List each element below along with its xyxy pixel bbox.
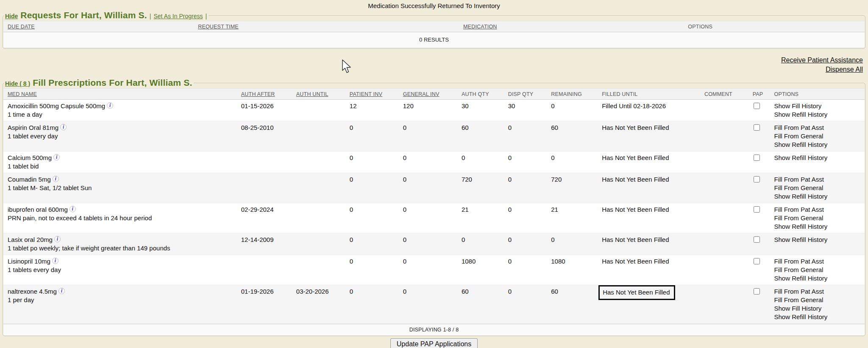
results-count: 0 RESULTS bbox=[419, 36, 449, 43]
info-icon[interactable]: i bbox=[60, 124, 67, 130]
option-link[interactable]: Show Refill History bbox=[774, 222, 863, 231]
general-inv-cell: 0 bbox=[401, 121, 460, 152]
general-inv-cell: 0 bbox=[401, 233, 460, 255]
column-header[interactable]: DUE DATE bbox=[3, 21, 196, 32]
column-header[interactable]: GENERAL INV bbox=[401, 89, 460, 100]
general-inv-cell: 0 bbox=[401, 255, 460, 285]
disp-qty-cell: 0 bbox=[506, 173, 550, 203]
filled-until-cell: Filled Until 02-18-2026 bbox=[600, 100, 703, 121]
med-name-cell: Amoxicillin 500mg Capsule 500mgi1 time a… bbox=[3, 100, 239, 121]
option-link[interactable]: Fill From Pat Asst bbox=[774, 205, 863, 214]
comment-cell bbox=[703, 285, 751, 324]
column-header: REMAINING bbox=[549, 89, 600, 100]
filled-until-highlight: Has Not Yet Been Filled bbox=[598, 285, 675, 300]
pap-checkbox[interactable] bbox=[754, 258, 760, 264]
column-header[interactable]: MED NAME bbox=[3, 89, 239, 100]
pap-checkbox[interactable] bbox=[754, 176, 760, 182]
pap-checkbox[interactable] bbox=[754, 288, 760, 295]
side-links: Receive Patient Assistance Dispense All bbox=[0, 56, 863, 74]
column-header: OPTIONS bbox=[773, 89, 865, 100]
column-header[interactable]: PATIENT INV bbox=[348, 89, 401, 100]
option-link[interactable]: Show Refill History bbox=[774, 236, 863, 244]
filled-until-text: Has Not Yet Been Filled bbox=[602, 206, 669, 213]
receive-patient-assistance-link[interactable]: Receive Patient Assistance bbox=[0, 56, 863, 65]
options-cell: Show Refill History bbox=[773, 233, 865, 255]
hide-requests-link[interactable]: Hide bbox=[5, 13, 18, 20]
general-inv-cell: 120 bbox=[401, 100, 460, 121]
patient-inv-cell: 0 bbox=[348, 173, 401, 203]
prescription-row: Lasix oral 20mgi1 tablet po weekly; take… bbox=[3, 233, 865, 255]
comment-cell bbox=[703, 203, 751, 233]
remaining-cell: 720 bbox=[549, 173, 600, 203]
fill-prescriptions-table: MED NAMEAUTH AFTERAUTH UNTILPATIENT INVG… bbox=[3, 88, 865, 324]
dispense-all-link[interactable]: Dispense All bbox=[0, 65, 863, 74]
option-link[interactable]: Show Refill History bbox=[774, 274, 863, 283]
auth-after-cell bbox=[239, 173, 295, 203]
pap-checkbox[interactable] bbox=[754, 206, 760, 213]
auth-qty-cell: 1080 bbox=[460, 255, 506, 285]
auth-until-cell bbox=[295, 233, 348, 255]
info-icon[interactable]: i bbox=[52, 258, 58, 264]
med-sig: 1 tablet M- Sat, 1/2 tablet Sun bbox=[8, 184, 238, 192]
option-link[interactable]: Fill From Pat Asst bbox=[774, 257, 863, 266]
option-link[interactable]: Show Fill History bbox=[774, 304, 863, 313]
column-header[interactable]: MEDICATION bbox=[462, 21, 686, 32]
options-cell: Fill From Pat AsstFill From GeneralShow … bbox=[773, 203, 865, 233]
general-inv-cell: 0 bbox=[401, 203, 460, 233]
pap-checkbox[interactable] bbox=[754, 124, 760, 131]
med-sig: 1 tablets every day bbox=[8, 266, 238, 274]
set-as-in-progress-link[interactable]: Set As In Progress bbox=[154, 13, 203, 20]
options-cell: Show Refill History bbox=[773, 152, 865, 173]
option-link[interactable]: Show Refill History bbox=[774, 154, 863, 162]
option-link[interactable]: Fill From General bbox=[774, 214, 863, 222]
option-link[interactable]: Show Fill History bbox=[774, 102, 863, 110]
info-icon[interactable]: i bbox=[70, 206, 76, 212]
column-header[interactable]: AUTH UNTIL bbox=[295, 89, 348, 100]
hide-fill-link[interactable]: Hide ( 8 ) bbox=[5, 80, 30, 87]
option-link[interactable]: Fill From Pat Asst bbox=[774, 175, 863, 184]
filled-until-cell: Has Not Yet Been Filled bbox=[600, 285, 703, 324]
patient-inv-cell: 12 bbox=[348, 100, 401, 121]
info-icon[interactable]: i bbox=[54, 236, 61, 242]
filled-until-cell: Has Not Yet Been Filled bbox=[600, 203, 703, 233]
info-icon[interactable]: i bbox=[107, 102, 113, 109]
prescription-row: Amoxicillin 500mg Capsule 500mgi1 time a… bbox=[3, 100, 865, 121]
info-icon[interactable]: i bbox=[53, 176, 59, 182]
column-header[interactable]: REQUEST TIME bbox=[196, 21, 462, 32]
option-link[interactable]: Show Refill History bbox=[774, 110, 863, 119]
option-link[interactable]: Show Refill History bbox=[774, 140, 863, 149]
pap-cell bbox=[751, 100, 773, 121]
option-link[interactable]: Fill From Pat Asst bbox=[774, 287, 863, 296]
status-message: Medication Successfully Returned To Inve… bbox=[0, 0, 868, 9]
auth-until-cell: 03-20-2026 bbox=[295, 285, 348, 324]
option-link[interactable]: Fill From Pat Asst bbox=[774, 123, 863, 132]
disp-qty-cell: 0 bbox=[506, 203, 550, 233]
options-cell: Show Fill HistoryShow Refill History bbox=[773, 100, 865, 121]
option-link[interactable]: Fill From General bbox=[774, 296, 863, 304]
auth-after-cell bbox=[239, 255, 295, 285]
auth-after-cell: 01-15-2026 bbox=[239, 100, 295, 121]
remaining-cell: 0 bbox=[549, 100, 600, 121]
pap-checkbox[interactable] bbox=[754, 236, 760, 243]
update-pap-button[interactable]: Update PAP Applications bbox=[390, 338, 478, 348]
option-link[interactable]: Fill From General bbox=[774, 266, 863, 274]
auth-qty-cell: 0 bbox=[460, 233, 506, 255]
filled-until-cell: Has Not Yet Been Filled bbox=[600, 121, 703, 152]
pap-cell bbox=[751, 173, 773, 203]
requests-table: DUE DATEREQUEST TIMEMEDICATIONOPTIONS bbox=[3, 21, 865, 32]
column-header: COMMENT bbox=[703, 89, 751, 100]
pap-checkbox[interactable] bbox=[754, 154, 760, 161]
option-link[interactable]: Show Refill History bbox=[774, 313, 863, 321]
pap-checkbox[interactable] bbox=[754, 103, 760, 109]
fill-table-body: Amoxicillin 500mg Capsule 500mgi1 time a… bbox=[3, 100, 865, 324]
comment-cell bbox=[703, 233, 751, 255]
info-icon[interactable]: i bbox=[53, 154, 60, 160]
pap-cell bbox=[751, 152, 773, 173]
general-inv-cell: 0 bbox=[401, 152, 460, 173]
column-header[interactable]: AUTH AFTER bbox=[239, 89, 295, 100]
info-icon[interactable]: i bbox=[58, 288, 65, 294]
option-link[interactable]: Fill From General bbox=[774, 132, 863, 140]
pap-cell bbox=[751, 255, 773, 285]
option-link[interactable]: Show Refill History bbox=[774, 192, 863, 201]
option-link[interactable]: Fill From General bbox=[774, 184, 863, 192]
